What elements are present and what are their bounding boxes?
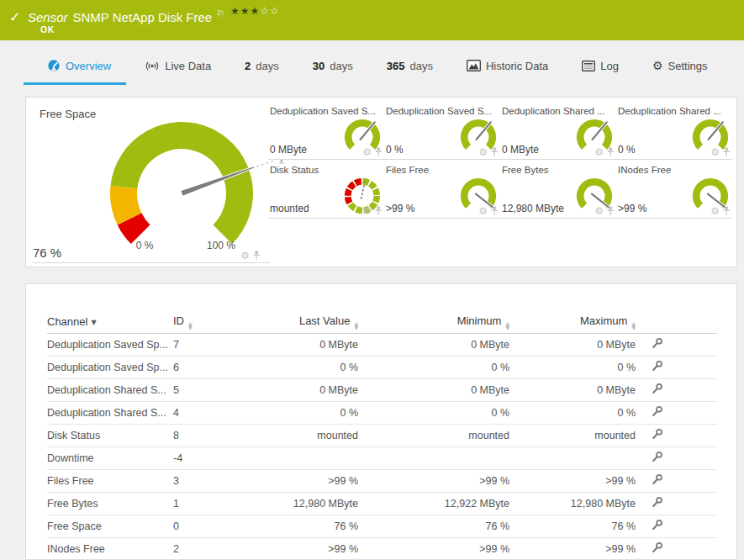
channel-settings-wrench-icon[interactable]: [651, 496, 663, 509]
gauge-settings-gear-icon[interactable]: ⚙: [594, 147, 604, 157]
channel-settings-wrench-icon[interactable]: [651, 542, 663, 554]
tab-settings-label: Settings: [668, 60, 708, 72]
tab-settings[interactable]: ⚙ Settings: [652, 59, 708, 72]
gauge-cell-value: 0 MByte: [270, 144, 307, 156]
cell-last-value: 76 %: [249, 515, 358, 537]
channel-settings-wrench-icon[interactable]: [651, 360, 663, 372]
sort-both-icon: ▲▼: [354, 321, 358, 330]
gauge-settings-gear-icon[interactable]: ⚙: [362, 147, 372, 157]
gauge-settings-gear-icon[interactable]: ⚙: [240, 251, 250, 261]
table-row: Files Free 3 >99 % >99 % >99 %: [47, 469, 717, 492]
pin-icon[interactable]: [490, 147, 499, 157]
sensor-kind-label: Sensor: [28, 10, 68, 24]
column-header-label: Maximum: [580, 314, 627, 327]
tab-30-days-number: 30: [313, 60, 325, 72]
gauge-cell-value: >99 %: [618, 203, 646, 214]
tab-log[interactable]: Log: [582, 60, 619, 72]
column-header-tools: [636, 311, 678, 333]
gauge-icon: [47, 59, 61, 72]
table-row: Disk Status 8 mounted mounted mounted: [47, 424, 717, 446]
gauge-cell-dedup-shared-percent: Deduplication Shared ... 0 % ⚙: [616, 106, 732, 160]
cell-maximum: 0 %: [509, 356, 636, 378]
cell-filler: [678, 424, 717, 446]
column-header-last-value[interactable]: Last Value▲▼: [249, 311, 358, 333]
pin-icon[interactable]: [374, 206, 383, 216]
channel-settings-wrench-icon[interactable]: [651, 451, 663, 463]
gauge-cell-inodes-free: INodes Free >99 % ⚙: [616, 165, 732, 219]
cell-minimum: >99 %: [358, 537, 509, 560]
channel-settings-wrench-icon[interactable]: [651, 473, 663, 486]
tab-bar: Overview Live Data 2 days 30 days: [0, 40, 744, 94]
channel-settings-wrench-icon[interactable]: [651, 519, 663, 531]
column-header-id[interactable]: ID▲▼: [173, 311, 249, 333]
cell-minimum: 0 %: [358, 401, 509, 424]
tab-live-data[interactable]: Live Data: [145, 60, 211, 72]
priority-stars[interactable]: ★★★☆☆: [230, 5, 280, 17]
column-header-minimum[interactable]: Minimum▲▼: [358, 311, 509, 333]
gauge-cell-value: 12,980 MByte: [502, 203, 564, 214]
channel-settings-wrench-icon[interactable]: [651, 428, 663, 441]
cell-last-value: 0 MByte: [249, 333, 358, 356]
pin-icon[interactable]: [606, 147, 615, 157]
log-list-icon: [582, 61, 595, 71]
gauge-cell-title: Deduplication Shared ...: [618, 106, 721, 116]
tab-historic-data[interactable]: Historic Data: [467, 60, 548, 72]
cell-maximum: 0 MByte: [509, 378, 636, 401]
gauge-cell-value: 0 %: [618, 144, 636, 156]
cell-minimum: mounted: [358, 424, 509, 446]
live-signal-icon: [145, 61, 160, 71]
column-header-label: Channel: [47, 315, 87, 328]
cell-filler: [678, 537, 717, 560]
priority-flag-icon[interactable]: ⚐: [216, 8, 224, 19]
gauge-settings-gear-icon[interactable]: ⚙: [710, 206, 720, 216]
cell-channel: Free Space: [47, 515, 173, 537]
cell-maximum: 76 %: [509, 515, 636, 537]
gauge-cell-value: 0 MByte: [502, 144, 539, 156]
pin-icon[interactable]: [722, 206, 731, 216]
tab-2-days-number: 2: [245, 60, 251, 72]
column-header-channel[interactable]: Channel▼: [47, 311, 173, 333]
tab-365-days[interactable]: 365 days: [387, 60, 433, 72]
pin-icon[interactable]: [606, 206, 615, 216]
cell-channel: Free Bytes: [47, 492, 173, 515]
cell-filler: [678, 401, 717, 424]
cell-id: 5: [173, 378, 249, 401]
page: ✓ SensorSNMP NetApp Disk Free⚐ ★★★☆☆ OK …: [0, 0, 744, 560]
cell-last-value: mounted: [249, 424, 358, 446]
pin-icon[interactable]: [722, 147, 731, 157]
gauge-settings-gear-icon[interactable]: ⚙: [594, 206, 604, 216]
sort-desc-icon: ▼: [91, 319, 96, 326]
column-header-label: Minimum: [457, 314, 502, 327]
gauge-settings-gear-icon[interactable]: ⚙: [478, 206, 488, 216]
cell-channel: Deduplication Saved Sp...: [47, 333, 173, 356]
sensor-title: SensorSNMP NetApp Disk Free⚐: [28, 8, 224, 24]
gauge-settings-gear-icon[interactable]: ⚙: [362, 206, 372, 216]
gauge-cell-title: INodes Free: [618, 165, 671, 175]
gauge-cell-title: Deduplication Saved S...: [270, 106, 376, 116]
cell-last-value: >99 %: [249, 537, 358, 560]
pin-icon[interactable]: [374, 147, 383, 157]
pin-icon[interactable]: [252, 251, 261, 261]
cell-id: 7: [173, 333, 249, 356]
tab-overview[interactable]: Overview: [47, 59, 111, 72]
gauge-settings-gear-icon[interactable]: ⚙: [478, 147, 488, 157]
gauge-min-label: 0 %: [136, 240, 154, 251]
cell-id: 4: [173, 401, 249, 424]
cell-maximum: mounted: [509, 424, 636, 446]
tab-2-days[interactable]: 2 days: [245, 60, 279, 72]
cell-maximum: >99 %: [509, 537, 636, 560]
tab-365-days-number: 365: [387, 60, 405, 72]
gauge-settings-gear-icon[interactable]: ⚙: [710, 147, 720, 157]
gauge-cell-files-free: Files Free >99 % ⚙: [384, 165, 500, 219]
tab-overview-label: Overview: [66, 60, 111, 72]
column-header-label: ID: [173, 314, 184, 327]
channel-settings-wrench-icon[interactable]: [651, 337, 663, 350]
channel-settings-wrench-icon[interactable]: [651, 405, 663, 418]
pin-icon[interactable]: [490, 206, 499, 216]
channel-settings-wrench-icon[interactable]: [651, 383, 663, 395]
sort-both-icon: ▲▼: [505, 321, 509, 330]
tab-30-days[interactable]: 30 days: [313, 60, 353, 72]
cell-maximum: 0 MByte: [509, 333, 636, 356]
column-header-maximum[interactable]: Maximum▲▼: [509, 311, 636, 333]
cell-channel: Files Free: [47, 469, 173, 492]
